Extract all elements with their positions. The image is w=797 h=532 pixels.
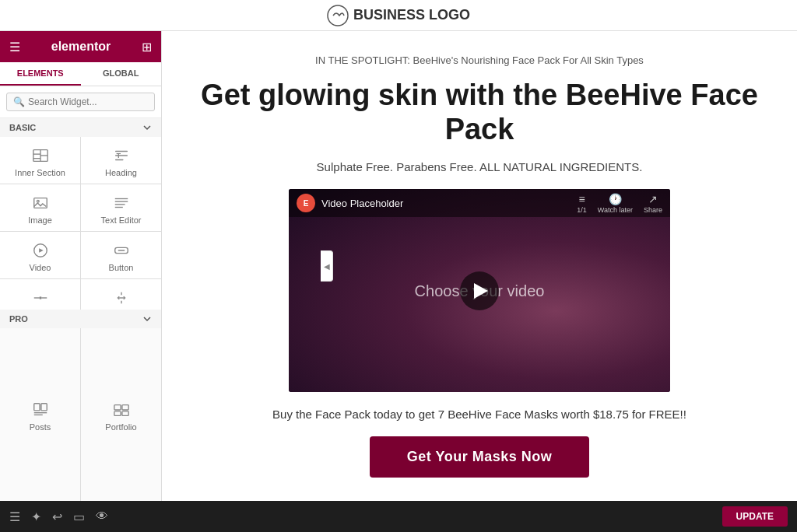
widget-inner-section[interactable]: Inner Section xyxy=(0,137,80,184)
svg-point-18 xyxy=(39,296,42,299)
hamburger-icon[interactable]: ☰ xyxy=(9,40,20,54)
top-bar: BUSINESS LOGO xyxy=(0,0,797,31)
portfolio-icon xyxy=(112,401,131,419)
widget-posts-label: Posts xyxy=(30,422,51,432)
elementor-logo-text: elementor xyxy=(51,40,111,54)
widget-video[interactable]: Video xyxy=(0,232,80,278)
search-input-wrap: 🔍 xyxy=(6,93,155,111)
undo-icon[interactable]: ↩ xyxy=(52,509,62,524)
tab-elements[interactable]: ELEMENTS xyxy=(0,62,81,86)
cta-button[interactable]: Get Your Masks Now xyxy=(370,436,589,478)
bottom-toolbar: ☰ ✦ ↩ ▭ 👁 UPDATE xyxy=(0,501,797,532)
widget-divider[interactable]: Divider xyxy=(0,279,80,310)
page-content: IN THE SPOTLIGHT: BeeHive's Nourishing F… xyxy=(162,31,797,501)
button-icon xyxy=(112,241,131,260)
svg-point-0 xyxy=(328,5,348,26)
search-area: 🔍 xyxy=(0,86,161,118)
svg-point-8 xyxy=(37,200,39,202)
video-controls: ≡ 1/1 🕐 Watch later ↗ Share xyxy=(577,193,662,214)
section-pro-label: PRO xyxy=(0,310,161,328)
section-basic-label: BASIC xyxy=(0,118,161,137)
widget-portfolio[interactable]: Portfolio xyxy=(81,328,161,501)
settings-icon[interactable]: ☰ xyxy=(9,509,20,524)
search-icon: 🔍 xyxy=(13,96,25,107)
add-icon[interactable]: ✦ xyxy=(31,509,41,524)
sidebar-header: ☰ elementor ⊞ xyxy=(0,31,161,62)
widget-button-label: Button xyxy=(109,263,134,272)
svg-rect-34 xyxy=(114,411,120,416)
video-placeholder-label: Video Placeholder xyxy=(321,198,571,209)
video-count: ≡ 1/1 xyxy=(577,193,587,214)
posts-icon xyxy=(31,401,50,419)
collapse-sidebar-button[interactable]: ◀ xyxy=(321,250,333,282)
update-button[interactable]: UPDATE xyxy=(722,506,788,527)
promo-text: Buy the Face Pack today to get 7 BeeHive… xyxy=(272,408,686,421)
widget-text-editor[interactable]: Text Editor xyxy=(81,184,161,231)
business-logo: BUSINESS LOGO xyxy=(327,5,470,26)
svg-rect-33 xyxy=(121,405,128,410)
sidebar: ☰ elementor ⊞ ELEMENTS GLOBAL 🔍 BASIC xyxy=(0,31,162,501)
svg-rect-32 xyxy=(114,405,120,410)
logo-icon xyxy=(327,5,349,26)
sidebar-tabs: ELEMENTS GLOBAL xyxy=(0,62,161,86)
main-heading: Get glowing skin with the BeeHive Face P… xyxy=(193,79,766,146)
spacer-icon xyxy=(112,289,131,307)
video-icon xyxy=(31,241,50,260)
text-editor-icon xyxy=(112,194,131,212)
preview-icon[interactable]: 👁 xyxy=(96,509,108,523)
logo-text: BUSINESS LOGO xyxy=(353,7,470,23)
svg-rect-29 xyxy=(40,404,46,411)
svg-text:T: T xyxy=(116,152,121,159)
sub-heading: Sulphate Free. Parabens Free. ALL NATURA… xyxy=(317,160,643,173)
widget-inner-section-label: Inner Section xyxy=(15,168,65,177)
responsive-icon[interactable]: ▭ xyxy=(73,509,85,524)
widget-button[interactable]: Button xyxy=(81,232,161,278)
grid-icon[interactable]: ⊞ xyxy=(142,40,152,54)
video-share[interactable]: ↗ Share xyxy=(644,193,662,214)
inner-section-icon xyxy=(31,146,50,165)
widget-video-label: Video xyxy=(30,263,51,272)
widget-image[interactable]: Image xyxy=(0,184,80,231)
main-layout: ☰ elementor ⊞ ELEMENTS GLOBAL 🔍 BASIC xyxy=(0,31,797,501)
video-watch-later[interactable]: 🕐 Watch later xyxy=(598,193,633,214)
widget-image-label: Image xyxy=(28,215,52,225)
video-play-button[interactable] xyxy=(460,271,499,310)
svg-marker-14 xyxy=(39,248,44,253)
video-top-bar: E Video Placeholder ≡ 1/1 🕐 Watch later xyxy=(289,189,670,217)
spotlight-text: IN THE SPOTLIGHT: BeeHive's Nourishing F… xyxy=(315,54,644,66)
video-logo-badge: E xyxy=(297,194,315,212)
divider-icon xyxy=(31,289,50,307)
widget-posts[interactable]: Posts xyxy=(0,328,80,501)
widget-text-editor-label: Text Editor xyxy=(101,215,142,225)
widget-heading-label: Heading xyxy=(105,168,137,177)
widget-spacer[interactable]: Spacer xyxy=(81,279,161,310)
heading-icon: T xyxy=(112,146,131,165)
image-icon xyxy=(31,194,50,212)
widget-grid-pro: Posts Portfolio xyxy=(0,328,161,501)
canvas-area: IN THE SPOTLIGHT: BeeHive's Nourishing F… xyxy=(162,31,797,501)
widget-heading[interactable]: T Heading xyxy=(81,137,161,184)
search-input[interactable] xyxy=(28,96,148,107)
widget-portfolio-label: Portfolio xyxy=(105,422,136,432)
widget-grid-basic: Inner Section T Heading xyxy=(0,137,161,310)
tab-global[interactable]: GLOBAL xyxy=(81,62,162,86)
canvas-wrapper: ◀ IN THE SPOTLIGHT: BeeHive's Nourishing… xyxy=(162,31,797,501)
svg-rect-28 xyxy=(33,404,39,411)
play-triangle-icon xyxy=(474,283,488,299)
svg-rect-35 xyxy=(121,411,128,416)
video-container[interactable]: E Video Placeholder ≡ 1/1 🕐 Watch later xyxy=(289,189,670,392)
